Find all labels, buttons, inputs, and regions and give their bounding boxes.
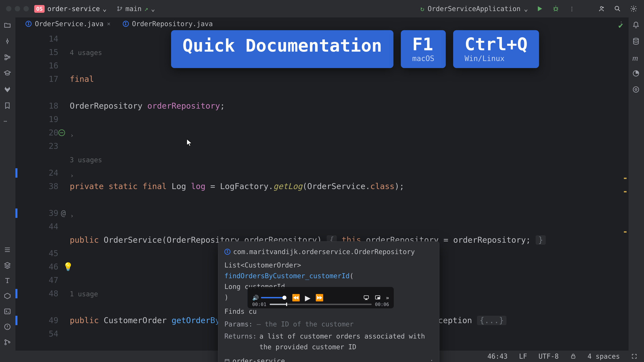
progress-bar[interactable]: 00:01 00:06 <box>252 302 389 307</box>
svg-point-7 <box>6 40 8 42</box>
svg-point-2 <box>120 7 122 8</box>
indent-setting[interactable]: 4 spaces <box>588 352 620 360</box>
search-button[interactable] <box>613 4 622 13</box>
window-minimize-button[interactable] <box>15 6 20 11</box>
line-number: 15 <box>16 45 66 59</box>
layers-tool-icon[interactable] <box>4 261 12 270</box>
line-number: 48 <box>16 287 66 300</box>
database-tool-icon[interactable] <box>632 37 640 45</box>
line-number <box>16 300 66 314</box>
tip-title-card: Quick Documentation <box>171 30 394 68</box>
file-encoding[interactable]: UTF-8 <box>538 352 559 360</box>
svg-point-6 <box>633 8 634 10</box>
line-number: 44 <box>16 220 66 233</box>
svg-rect-10 <box>8 56 10 58</box>
line-number: 23 <box>16 139 66 153</box>
expand-icon[interactable] <box>631 353 637 359</box>
run-button[interactable] <box>535 4 544 13</box>
usage-hint[interactable]: 1 usage <box>70 290 98 298</box>
debug-button[interactable] <box>552 4 560 13</box>
more-actions-button[interactable]: ⋮ <box>568 4 576 13</box>
svg-point-3 <box>554 7 557 10</box>
svg-rect-12 <box>5 309 10 314</box>
svg-rect-9 <box>5 58 6 60</box>
line-number: 18 <box>16 99 66 113</box>
chevron-down-icon: ⌄ <box>103 5 107 13</box>
notifications-icon[interactable] <box>632 21 640 29</box>
forward-button[interactable]: ⏩ <box>315 294 324 302</box>
hierarchy-tool-icon[interactable] <box>4 246 12 254</box>
svg-point-0 <box>118 6 119 8</box>
problems-tool-icon[interactable] <box>4 323 12 331</box>
tab-label: OrderService.java <box>35 19 104 28</box>
vcs-tool-icon[interactable] <box>4 339 12 347</box>
tip-win-card: Ctrl+Q Win/Linux <box>453 30 539 68</box>
time-total: 00:06 <box>375 302 389 307</box>
type-tool-icon[interactable] <box>4 277 12 285</box>
build-tool-icon[interactable] <box>4 292 12 300</box>
structure-tool-icon[interactable] <box>4 54 12 62</box>
commit-tool-icon[interactable] <box>4 37 12 45</box>
usage-hint[interactable]: 3 usages <box>70 156 102 164</box>
video-player-overlay[interactable]: 🔊 ⏪ ▶ ⏩ » 00:01 00:06 <box>248 287 394 308</box>
git-branch-selector[interactable]: main ↗ ⌄ <box>117 5 155 13</box>
gitlab-tool-icon[interactable] <box>4 86 12 94</box>
mouse-cursor <box>186 139 192 147</box>
editor-tabs: I OrderService.java × I OrderRepository.… <box>16 17 628 30</box>
gutter[interactable]: 14 15 16 17 18 19 ›20 23 ›24 38 @›39 44 … <box>16 30 66 351</box>
svg-rect-8 <box>5 55 6 56</box>
svg-rect-21 <box>572 356 575 358</box>
settings-button[interactable] <box>629 4 638 13</box>
line-number: 💡46 <box>16 260 66 274</box>
external-link-icon: ↗ <box>144 5 148 13</box>
speaker-icon: 🔊 <box>252 295 259 301</box>
caret-position[interactable]: 46:43 <box>487 352 508 360</box>
doc-params: Params: – the ID of the customer <box>224 319 433 330</box>
close-icon[interactable]: × <box>107 20 110 27</box>
project-tool-icon[interactable] <box>4 21 12 29</box>
shortcut-overlay: Quick Documentation F1 macOS Ctrl+Q Win/… <box>171 30 539 68</box>
coverage-tool-icon[interactable] <box>632 70 640 78</box>
airplay-icon[interactable] <box>363 295 370 301</box>
learn-tool-icon[interactable] <box>4 70 12 78</box>
line-number <box>16 153 66 166</box>
readonly-toggle-icon[interactable] <box>570 353 576 359</box>
time-current: 00:01 <box>252 302 266 307</box>
pip-icon[interactable] <box>374 295 381 301</box>
expand-player-icon[interactable]: » <box>386 295 389 301</box>
run-gutter-icon[interactable] <box>58 129 65 136</box>
line-number <box>16 233 66 247</box>
line-number: 38 <box>16 180 66 193</box>
line-number: ›24 <box>16 166 66 180</box>
tab-orderrepository[interactable]: I OrderRepository.java <box>118 17 218 30</box>
code-with-me-icon[interactable] <box>597 4 606 13</box>
run-config-selector[interactable]: ↻ OrderServiceApplication ⌄ <box>420 5 528 13</box>
window-maximize-button[interactable] <box>24 6 29 11</box>
maven-tool-icon[interactable]: m <box>632 54 640 62</box>
tab-orderservice[interactable]: I OrderService.java × <box>21 17 115 30</box>
svg-point-16 <box>8 342 10 343</box>
error-stripe[interactable] <box>622 50 627 351</box>
more-tools-icon[interactable]: ⋯ <box>4 118 12 126</box>
usage-hint[interactable]: 4 usages <box>70 49 102 57</box>
svg-point-4 <box>600 6 602 8</box>
endpoints-tool-icon[interactable] <box>632 86 640 94</box>
line-number: 45 <box>16 247 66 260</box>
line-separator[interactable]: LF <box>519 352 527 360</box>
volume-slider[interactable] <box>261 297 284 298</box>
rewind-button[interactable]: ⏪ <box>292 294 300 302</box>
svg-point-1 <box>118 9 119 11</box>
inspection-ok-icon[interactable]: ✔ <box>618 21 623 30</box>
svg-point-5 <box>615 6 619 10</box>
window-close-button[interactable] <box>6 6 12 11</box>
project-selector[interactable]: OS order-service ⌄ <box>34 5 107 13</box>
terminal-tool-icon[interactable] <box>4 308 12 316</box>
progress-track[interactable] <box>270 304 372 305</box>
titlebar: OS order-service ⌄ main ↗ ⌄ ↻ OrderServi… <box>0 0 644 17</box>
svg-point-20 <box>635 89 637 90</box>
bookmarks-tool-icon[interactable] <box>4 102 12 110</box>
doc-more-button[interactable]: ⋮ <box>428 357 435 362</box>
volume-control[interactable]: 🔊 <box>252 295 284 301</box>
branch-icon <box>117 6 123 12</box>
line-number: 54 <box>16 327 66 341</box>
